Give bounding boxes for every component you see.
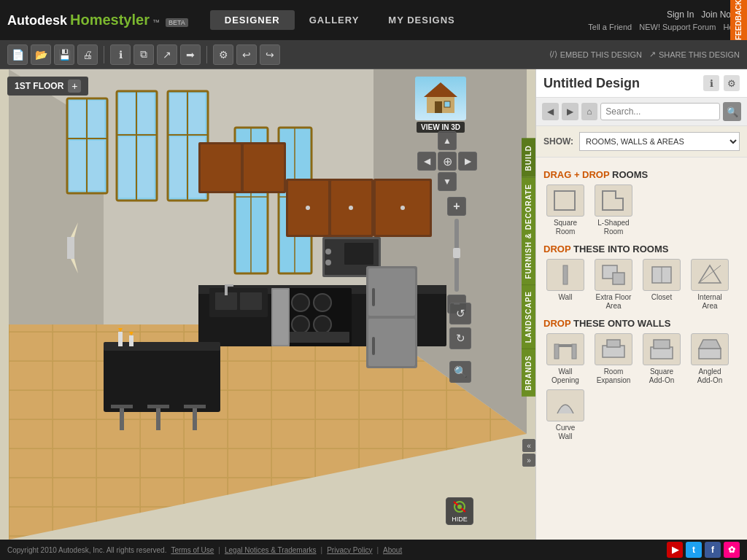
settings-icon-btn[interactable]: ⚙	[724, 75, 740, 91]
embed-btn[interactable]: ⟨/⟩ EMBED THIS DESIGN	[549, 50, 642, 59]
canvas-area[interactable]: 1ST FLOOR + VIEW IN 3D	[0, 69, 535, 540]
svg-rect-79	[111, 405, 133, 408]
svg-marker-111	[699, 340, 721, 349]
zoom-in-button[interactable]: +	[447, 197, 466, 216]
back-btn[interactable]: ◀	[542, 103, 559, 120]
logo-homestyler: Homestyler	[70, 12, 150, 28]
add-floor-button[interactable]: +	[68, 79, 81, 93]
internal-area-item[interactable]: InternalArea	[688, 259, 732, 311]
gallery-nav-btn[interactable]: GALLERY	[295, 10, 374, 30]
fwd-btn[interactable]: ▶	[562, 103, 578, 120]
room-expansion-item[interactable]: RoomExpansion	[592, 333, 635, 385]
nav-center-button[interactable]: ⊕	[438, 152, 457, 171]
export-btn[interactable]: ↗	[157, 44, 177, 65]
duplicate-btn[interactable]: ⧉	[133, 44, 154, 65]
search-button[interactable]: 🔍	[723, 102, 741, 121]
toolbar: 📄 📂 💾 🖨 ℹ ⧉ ↗ ➡ ⚙ ↩ ↪ ⟨/⟩ EMBED THIS DES…	[0, 40, 747, 69]
sign-in-link[interactable]: Sign In	[667, 9, 694, 20]
print-btn[interactable]: 🖨	[77, 44, 98, 65]
about-link[interactable]: About	[383, 546, 402, 554]
drop-word-2: DROP	[543, 318, 570, 329]
legal-link[interactable]: Legal Notices & Trademarks	[225, 546, 317, 554]
privacy-link[interactable]: Privacy Policy	[327, 546, 372, 554]
nav-up-button[interactable]: ▲	[438, 131, 457, 150]
zoom-bar[interactable]	[454, 219, 459, 292]
svg-rect-75	[372, 288, 375, 306]
square-room-item[interactable]: SquareRoom	[543, 184, 587, 236]
home-btn[interactable]: ⌂	[581, 103, 598, 120]
collapse-buttons: « »	[522, 439, 535, 467]
open-btn[interactable]: 📂	[31, 44, 51, 65]
closet-item[interactable]: Closet	[640, 259, 684, 311]
collapse-down-btn[interactable]: »	[522, 454, 535, 467]
rooms-word: ROOMS	[612, 169, 648, 180]
svg-point-69	[292, 316, 309, 333]
extra-floor-item[interactable]: Extra FloorArea	[592, 259, 635, 311]
top-right-area: Sign In Join Now! Tell a Friend NEW! Sup…	[588, 9, 740, 31]
collapse-up-btn[interactable]: «	[522, 439, 535, 452]
nav-left-button[interactable]: ◀	[417, 152, 436, 171]
brands-tab[interactable]: BRANDS	[522, 349, 535, 397]
furnish-tab[interactable]: FURNISH & DECORATE	[522, 177, 535, 285]
right-panel: Untitled Design ℹ ⚙ ◀ ▶ ⌂ 🔍 SHOW: ROOMS,…	[535, 69, 747, 540]
nav-right-button[interactable]: ▶	[458, 152, 477, 171]
feedback-badge[interactable]: FEEDBACK	[730, 0, 747, 40]
these-onto-walls-word: THESE ONTO WALLS	[573, 318, 670, 329]
svg-rect-85	[118, 332, 123, 346]
info-icon-btn[interactable]: ℹ	[703, 75, 719, 91]
svg-rect-22	[88, 141, 104, 190]
magnifier-button[interactable]: 🔍	[449, 361, 471, 383]
logo-beta: BETA	[166, 18, 188, 27]
svg-point-47	[349, 206, 353, 210]
rotate-ccw-button[interactable]: ↺	[449, 303, 471, 324]
twitter-icon[interactable]: t	[686, 542, 702, 558]
angled-addon-item[interactable]: AngledAdd-On	[688, 333, 732, 385]
square-addon-item[interactable]: SquareAdd-On	[640, 333, 684, 385]
svg-rect-52	[201, 144, 241, 191]
search-input[interactable]	[600, 103, 720, 120]
square-addon-label: SquareAdd-On	[649, 368, 674, 385]
curve-wall-label: CurveWall	[556, 424, 576, 441]
terms-link[interactable]: Terms of Use	[171, 546, 214, 554]
floor-label-text: 1ST FLOOR	[15, 81, 63, 91]
tell-friend-link[interactable]: Tell a Friend	[588, 23, 632, 31]
youtube-icon[interactable]: ▶	[667, 542, 683, 558]
internal-area-icon	[691, 259, 729, 291]
footer: Copyright 2010 Autodesk, Inc. All rights…	[0, 540, 747, 560]
redo-btn[interactable]: ↪	[260, 44, 280, 65]
flickr-icon[interactable]: ✿	[724, 542, 740, 558]
wall-opening-item[interactable]: WallOpening	[543, 333, 587, 385]
facebook-icon[interactable]: f	[705, 542, 721, 558]
rotate-cw-button[interactable]: ↻	[449, 327, 471, 349]
my-designs-nav-btn[interactable]: MY DESIGNS	[374, 10, 469, 30]
nav-down-button[interactable]: ▼	[438, 172, 457, 191]
new-file-btn[interactable]: 📄	[7, 44, 28, 65]
designer-nav-btn[interactable]: DESIGNER	[210, 10, 295, 30]
save-btn[interactable]: 💾	[54, 44, 74, 65]
build-tab[interactable]: BUILD	[522, 139, 535, 177]
show-dropdown[interactable]: ROOMS, WALLS & AREAS	[579, 132, 740, 151]
share-label: SHARE THIS DESIGN	[659, 50, 740, 59]
share-btn[interactable]: ↗ SHARE THIS DESIGN	[649, 50, 740, 59]
panel-header: Untitled Design ℹ ⚙	[536, 69, 747, 98]
svg-point-50	[400, 206, 405, 210]
info-btn[interactable]: ℹ	[110, 44, 131, 65]
toolbar-separator	[104, 46, 104, 63]
curve-wall-item[interactable]: CurveWall	[543, 389, 587, 441]
l-shaped-room-item[interactable]: L-ShapedRoom	[592, 184, 635, 236]
zoom-handle[interactable]	[453, 248, 460, 258]
svg-rect-93	[273, 289, 288, 345]
undo-btn[interactable]: ↩	[236, 44, 257, 65]
svg-rect-29	[138, 137, 154, 198]
house-icon	[415, 77, 466, 120]
forward-btn[interactable]: ➡	[180, 44, 201, 65]
support-forum-link[interactable]: NEW! Support Forum	[639, 23, 716, 31]
svg-point-67	[292, 294, 309, 311]
settings-btn[interactable]: ⚙	[213, 44, 233, 65]
hide-button[interactable]: HIDE	[446, 497, 473, 525]
svg-point-57	[325, 249, 331, 254]
view-3d-button[interactable]: VIEW IN 3D	[411, 77, 470, 133]
landscape-tab[interactable]: LANDSCAPE	[522, 284, 535, 349]
svg-rect-103	[554, 344, 559, 359]
wall-item[interactable]: Wall	[543, 259, 587, 311]
